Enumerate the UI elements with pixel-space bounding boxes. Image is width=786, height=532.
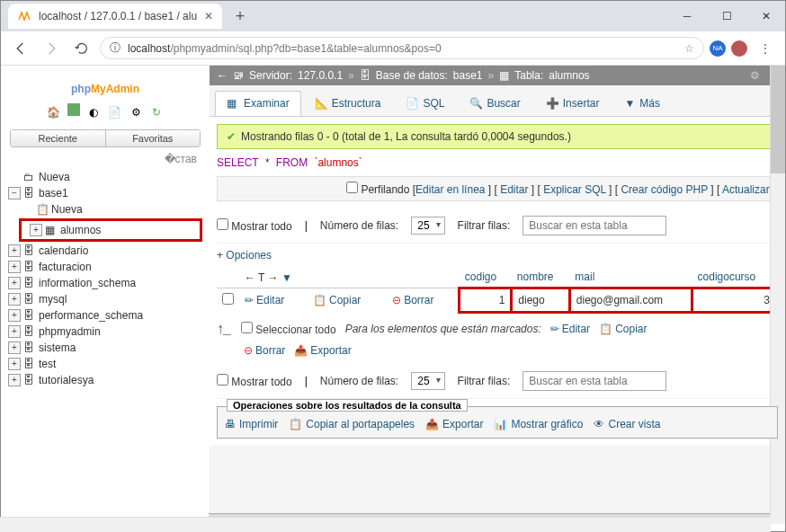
menu-button[interactable]: ⋮ <box>753 36 778 61</box>
horizontal-scrollbar[interactable] <box>0 517 771 532</box>
cell-mail[interactable]: diego@gmail.com <box>569 288 692 313</box>
explain-link[interactable]: Explicar SQL <box>543 183 606 196</box>
edit-link[interactable]: Editar <box>500 183 528 196</box>
expand-icon[interactable]: + <box>30 224 42 236</box>
url-path: /phpmyadmin/sql.php?db=base1&table=alumn… <box>170 42 441 55</box>
tab-structure[interactable]: 📐Estructura <box>303 91 393 116</box>
info-icon[interactable]: ⓘ <box>110 40 121 56</box>
profiling-checkbox[interactable] <box>346 182 358 193</box>
tree-table-alumnos[interactable]: +▦alumnos <box>22 222 199 238</box>
tab-favorites[interactable]: Favoritas <box>105 130 201 146</box>
new-tab-button[interactable]: + <box>228 4 253 29</box>
settings-icon[interactable]: ⚙ <box>129 106 143 120</box>
col-codigo[interactable]: codigo <box>460 267 512 288</box>
forward-button[interactable] <box>39 36 64 61</box>
link-icon[interactable]: �став <box>4 151 206 167</box>
tree-db[interactable]: +🗄facturacion <box>8 259 202 275</box>
bulk-edit[interactable]: ✏Editar <box>550 323 590 335</box>
crumb-table[interactable]: alumnos <box>549 69 589 82</box>
chart-icon: 📊 <box>494 418 507 430</box>
collapse-icon[interactable]: ⤢ <box>769 69 778 82</box>
tab-sql[interactable]: 📄SQL <box>394 91 456 116</box>
tree-db[interactable]: +🗄test <box>8 356 202 372</box>
create-php-link[interactable]: Crear código PHP <box>621 183 708 196</box>
left-arrow-icon[interactable]: ← <box>217 69 228 82</box>
crumb-db[interactable]: base1 <box>453 69 483 82</box>
star-icon[interactable]: ☆ <box>684 42 694 55</box>
close-button[interactable]: ✕ <box>746 4 786 29</box>
filter-input[interactable] <box>523 371 666 391</box>
create-view-link[interactable]: 👁Crear vista <box>594 418 660 430</box>
sql-icon[interactable]: ◐ <box>86 106 101 120</box>
copy-row[interactable]: 📋Copiar <box>313 294 361 306</box>
col-codigocurso[interactable]: codigocurso <box>692 267 777 288</box>
docs-icon[interactable]: 📄 <box>108 106 122 120</box>
row-checkbox[interactable] <box>222 293 234 305</box>
cell-codigo[interactable]: 1 <box>460 288 512 313</box>
bulk-copy[interactable]: 📋Copiar <box>599 323 647 335</box>
clipboard-link[interactable]: 📋Copiar al portapapeles <box>289 418 415 430</box>
tree-db[interactable]: +🗄information_schema <box>8 275 202 291</box>
extension-icon[interactable]: NA <box>710 40 726 57</box>
tab-recent[interactable]: Reciente <box>11 130 105 146</box>
cell-codigocurso[interactable]: 3 <box>692 288 777 313</box>
gear-icon[interactable]: ⚙ <box>750 69 760 82</box>
print-link[interactable]: 🖶Imprimir <box>225 418 278 430</box>
tree-db[interactable]: +🗄performance_schema <box>8 307 202 324</box>
export-link[interactable]: 📤Exportar <box>425 418 483 430</box>
bulk-delete[interactable]: ⊖Borrar <box>244 344 285 357</box>
col-mail[interactable]: mail <box>569 267 692 288</box>
tree-db[interactable]: +🗄phpmyadmin <box>8 324 202 340</box>
rows-select[interactable]: 25 <box>411 217 444 235</box>
structure-icon: 📐 <box>315 97 327 110</box>
pma-logo[interactable]: phpMyAdmin <box>4 71 206 102</box>
vertical-scrollbar[interactable] <box>770 66 785 524</box>
maximize-button[interactable]: ☐ <box>707 4 746 29</box>
close-tab-icon[interactable]: ✕ <box>204 10 213 22</box>
col-nombre[interactable]: nombre <box>512 267 570 288</box>
tab-search[interactable]: 🔍Buscar <box>458 91 531 116</box>
home-icon[interactable]: 🏠 <box>47 106 61 120</box>
tree-db[interactable]: +🗄calendario <box>8 243 202 259</box>
reload-button[interactable] <box>69 36 94 61</box>
url-bar[interactable]: ⓘ localhost/phpmyadmin/sql.php?db=base1&… <box>100 37 704 59</box>
search-icon: 🔍 <box>469 97 482 110</box>
tree-db-base1[interactable]: −🗄base1 <box>8 185 202 201</box>
browser-tab[interactable]: localhost / 127.0.0.1 / base1 / alu ✕ <box>8 4 222 29</box>
cell-nombre[interactable]: diego <box>512 288 570 313</box>
crumb-server[interactable]: 127.0.0.1 <box>298 69 343 82</box>
address-bar: ⓘ localhost/phpmyadmin/sql.php?db=base1&… <box>1 31 785 66</box>
tree-db[interactable]: +🗄tutorialesya <box>8 372 202 388</box>
tab-browse[interactable]: ▦Examinar <box>215 91 301 116</box>
filter-input[interactable] <box>523 216 666 235</box>
tab-more[interactable]: ▼Más <box>612 91 672 116</box>
collapse-icon[interactable]: − <box>8 187 21 200</box>
rows-select[interactable]: 25 <box>411 372 444 390</box>
profile-avatar[interactable] <box>731 40 747 57</box>
sort-icon[interactable]: ▼ <box>281 271 292 284</box>
options-toggle[interactable]: + Opciones <box>217 244 778 267</box>
reload-icon[interactable]: ↻ <box>149 106 164 120</box>
bulk-export[interactable]: 📤Exportar <box>294 344 351 357</box>
selectall-checkbox[interactable] <box>241 322 253 333</box>
showall-checkbox[interactable] <box>217 374 228 386</box>
sidebar: phpMyAdmin 🏠 ◐ 📄 ⚙ ↻ Reciente Favoritas … <box>1 66 210 524</box>
refresh-link[interactable]: Actualizar <box>722 183 770 196</box>
chart-link[interactable]: 📊Mostrar gráfico <box>494 418 583 430</box>
view-icon: 👁 <box>594 418 604 430</box>
back-button[interactable] <box>8 36 33 61</box>
edit-inline-link[interactable]: Editar en línea <box>415 183 485 196</box>
logout-icon[interactable] <box>67 103 80 116</box>
tree-db[interactable]: +🗄mysql <box>8 291 202 307</box>
tree-new-table[interactable]: 📋Nueva <box>8 201 202 217</box>
browse-icon: ▦ <box>227 97 239 110</box>
minimize-button[interactable]: ─ <box>667 4 707 29</box>
tab-title: localhost / 127.0.0.1 / base1 / alu <box>39 10 197 22</box>
edit-row[interactable]: ✏Editar <box>245 294 284 306</box>
tab-insert[interactable]: ➕Insertar <box>534 91 612 116</box>
db-icon: 🗄 <box>23 277 36 289</box>
delete-row[interactable]: ⊖Borrar <box>392 294 433 306</box>
tree-new[interactable]: 🗀Nueva <box>8 169 202 185</box>
showall-checkbox[interactable] <box>217 218 228 230</box>
tree-db[interactable]: +🗄sistema <box>8 340 202 356</box>
